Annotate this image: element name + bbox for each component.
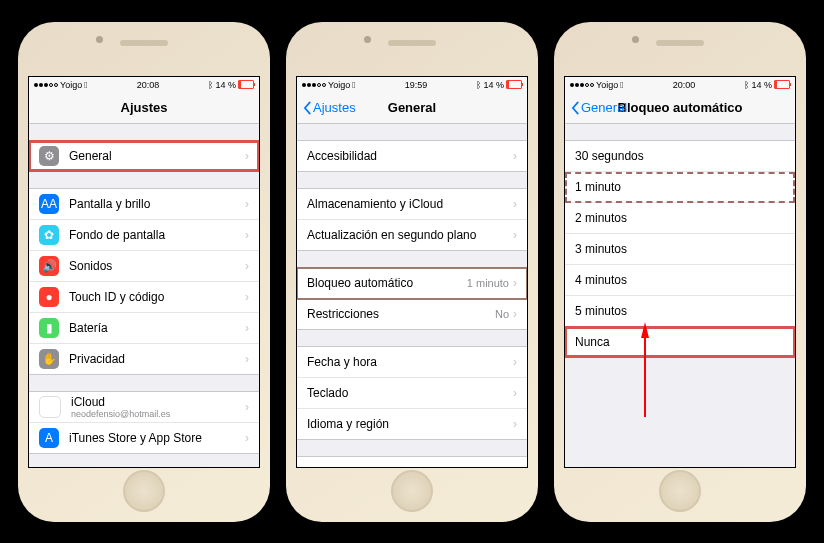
status-bar: Yoigo􀙇 20:08 ᛒ14 % bbox=[29, 77, 259, 93]
chevron-right-icon: › bbox=[513, 417, 517, 431]
settings-list[interactable]: ⚙General› AAPantalla y brillo›✿Fondo de … bbox=[29, 124, 259, 467]
row-label: Bloqueo automático bbox=[307, 276, 467, 290]
nav-bar: Ajustes General bbox=[297, 93, 527, 124]
option--minutos[interactable]: 4 minutos bbox=[565, 265, 795, 296]
row-label: iCloudneodefensio@hotmail.es bbox=[71, 395, 245, 419]
chevron-right-icon: › bbox=[513, 228, 517, 242]
row-label: General bbox=[69, 149, 245, 163]
row-sonidos[interactable]: 🔊Sonidos› bbox=[29, 251, 259, 282]
home-button[interactable] bbox=[659, 470, 701, 512]
option--minutos[interactable]: 3 minutos bbox=[565, 234, 795, 265]
wifi-icon: 􀙇 bbox=[620, 80, 623, 90]
row-label: Actualización en segundo plano bbox=[307, 228, 513, 242]
row-restricciones[interactable]: RestriccionesNo› bbox=[297, 299, 527, 329]
finger-icon: ● bbox=[39, 287, 59, 307]
row-touch-id-y-c-digo[interactable]: ●Touch ID y código› bbox=[29, 282, 259, 313]
row-bloqueo-autom-tico[interactable]: Bloqueo automático1 minuto› bbox=[297, 268, 527, 299]
wifi-icon: 􀙇 bbox=[84, 80, 87, 90]
row-general[interactable]: ⚙General› bbox=[29, 141, 259, 171]
speaker-icon: 🔊 bbox=[39, 256, 59, 276]
battery-pct: 14 % bbox=[215, 80, 236, 90]
back-button[interactable]: General bbox=[565, 100, 627, 115]
row-pantalla-y-brillo[interactable]: AAPantalla y brillo› bbox=[29, 189, 259, 220]
row-label: Sincronizar con iTunes vía Wi-Fi bbox=[307, 465, 513, 467]
option-label: 2 minutos bbox=[575, 211, 785, 225]
row-sincronizar-con-itunes-v-a-wi-fi[interactable]: Sincronizar con iTunes vía Wi-Fi› bbox=[297, 457, 527, 467]
back-button[interactable]: Ajustes bbox=[297, 100, 356, 115]
chevron-right-icon: › bbox=[245, 352, 249, 366]
option-label: 4 minutos bbox=[575, 273, 785, 287]
status-bar: Yoigo􀙇 20:00 ᛒ14 % bbox=[565, 77, 795, 93]
row-actualizaci-n-en-segundo-plano[interactable]: Actualización en segundo plano› bbox=[297, 220, 527, 250]
home-button[interactable] bbox=[123, 470, 165, 512]
AA-icon: AA bbox=[39, 194, 59, 214]
gear-icon: ⚙ bbox=[39, 146, 59, 166]
phone-general: Yoigo􀙇 19:59 ᛒ14 % Ajustes General Acces… bbox=[286, 22, 538, 522]
screen-ajustes: Yoigo􀙇 20:08 ᛒ14 % Ajustes ⚙General› AAP… bbox=[28, 76, 260, 468]
batt-icon: ▮ bbox=[39, 318, 59, 338]
wifi-icon: 􀙇 bbox=[352, 80, 355, 90]
hand-icon: ✋ bbox=[39, 349, 59, 369]
bluetooth-icon: ᛒ bbox=[208, 80, 213, 90]
row-idioma-y-regi-n[interactable]: Idioma y región› bbox=[297, 409, 527, 439]
row-almacenamiento-y-icloud[interactable]: Almacenamiento y iCloud› bbox=[297, 189, 527, 220]
nav-title: Ajustes bbox=[29, 100, 259, 115]
row-label: Accesibilidad bbox=[307, 149, 513, 163]
option--minutos[interactable]: 2 minutos bbox=[565, 203, 795, 234]
option-nunca[interactable]: Nunca bbox=[565, 327, 795, 357]
row-itunes-store-y-app-store[interactable]: AiTunes Store y App Store› bbox=[29, 423, 259, 453]
chevron-right-icon: › bbox=[245, 400, 249, 414]
chevron-right-icon: › bbox=[245, 290, 249, 304]
chevron-right-icon: › bbox=[513, 386, 517, 400]
option--segundos[interactable]: 30 segundos bbox=[565, 141, 795, 172]
nav-bar: Ajustes bbox=[29, 93, 259, 124]
chevron-right-icon: › bbox=[513, 307, 517, 321]
chevron-right-icon: › bbox=[513, 197, 517, 211]
row-label: Batería bbox=[69, 321, 245, 335]
chevron-right-icon: › bbox=[245, 197, 249, 211]
screen-autolock: Yoigo􀙇 20:00 ᛒ14 % General Bloqueo autom… bbox=[564, 76, 796, 468]
row-label: Restricciones bbox=[307, 307, 495, 321]
option--minutos[interactable]: 5 minutos bbox=[565, 296, 795, 327]
option-label: 3 minutos bbox=[575, 242, 785, 256]
row-value: No bbox=[495, 308, 509, 320]
home-button[interactable] bbox=[391, 470, 433, 512]
battery-icon bbox=[774, 80, 790, 89]
clock: 20:00 bbox=[673, 80, 696, 90]
row-label: iTunes Store y App Store bbox=[69, 431, 245, 445]
status-bar: Yoigo􀙇 19:59 ᛒ14 % bbox=[297, 77, 527, 93]
autolock-list[interactable]: 30 segundos1 minuto2 minutos3 minutos4 m… bbox=[565, 124, 795, 467]
chevron-right-icon: › bbox=[513, 465, 517, 467]
option-label: 5 minutos bbox=[575, 304, 785, 318]
row-label: Sonidos bbox=[69, 259, 245, 273]
bluetooth-icon: ᛒ bbox=[476, 80, 481, 90]
chevron-right-icon: › bbox=[245, 149, 249, 163]
row-label: Idioma y región bbox=[307, 417, 513, 431]
back-label: General bbox=[581, 100, 627, 115]
bluetooth-icon: ᛒ bbox=[744, 80, 749, 90]
option--minuto[interactable]: 1 minuto bbox=[565, 172, 795, 203]
row-label: Pantalla y brillo bbox=[69, 197, 245, 211]
battery-pct: 14 % bbox=[751, 80, 772, 90]
general-list[interactable]: Accesibilidad› Almacenamiento y iCloud›A… bbox=[297, 124, 527, 467]
carrier-label: Yoigo bbox=[596, 80, 618, 90]
chevron-right-icon: › bbox=[513, 276, 517, 290]
clock: 19:59 bbox=[405, 80, 428, 90]
row-privacidad[interactable]: ✋Privacidad› bbox=[29, 344, 259, 374]
row-label: Touch ID y código bbox=[69, 290, 245, 304]
row-value: 1 minuto bbox=[467, 277, 509, 289]
chevron-right-icon: › bbox=[513, 149, 517, 163]
row-fecha-y-hora[interactable]: Fecha y hora› bbox=[297, 347, 527, 378]
battery-icon bbox=[238, 80, 254, 89]
carrier-label: Yoigo bbox=[60, 80, 82, 90]
row-icloud[interactable]: ☁iCloudneodefensio@hotmail.es› bbox=[29, 392, 259, 423]
row-bater-a[interactable]: ▮Batería› bbox=[29, 313, 259, 344]
clock: 20:08 bbox=[137, 80, 160, 90]
battery-pct: 14 % bbox=[483, 80, 504, 90]
row-label: Teclado bbox=[307, 386, 513, 400]
option-label: Nunca bbox=[575, 335, 785, 349]
row-teclado[interactable]: Teclado› bbox=[297, 378, 527, 409]
row-fondo-de-pantalla[interactable]: ✿Fondo de pantalla› bbox=[29, 220, 259, 251]
option-label: 30 segundos bbox=[575, 149, 785, 163]
row-accesibilidad[interactable]: Accesibilidad› bbox=[297, 141, 527, 171]
